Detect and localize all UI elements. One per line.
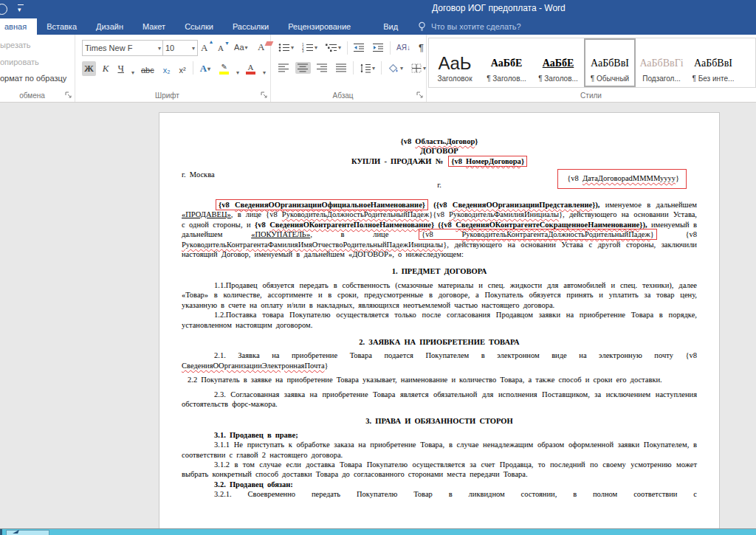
- divider: [381, 61, 382, 75]
- bullet-list-button[interactable]: ▾: [276, 41, 296, 54]
- paragraph-3-1: 3.1. Продавец в праве;: [182, 430, 697, 440]
- tell-me-box[interactable]: Что вы хотите сделать?: [418, 18, 521, 35]
- chevron-down-icon: ▾: [236, 69, 239, 76]
- style-no-spacing[interactable]: АаБбВвІ ¶ Без инте...: [687, 38, 739, 87]
- customize-quick-access-icon[interactable]: ▾: [18, 4, 24, 13]
- copy-button[interactable]: опировать: [0, 58, 39, 66]
- clipboard-dialog-launcher-icon[interactable]: [65, 92, 72, 99]
- chevron-down-icon: ▾: [158, 45, 161, 52]
- style-heading[interactable]: AaЬ Заголовок: [429, 38, 481, 87]
- ribbon: ырезать опировать ормат по образцу обмен…: [0, 35, 756, 103]
- paragraph-title: ДОГОВОР: [182, 146, 697, 156]
- format-painter-button[interactable]: ормат по образцу: [0, 74, 66, 83]
- superscript-button[interactable]: х²: [177, 64, 188, 76]
- document-page[interactable]: {v8 Область.Договор} ДОГОВОР КУПЛИ - ПРО…: [159, 112, 720, 535]
- paragraph-dialog-launcher-icon[interactable]: [416, 92, 424, 99]
- chevron-down-icon: ▾: [245, 44, 248, 51]
- heading-1: 1. ПРЕДМЕТ ДОГОВОРА: [182, 266, 697, 276]
- style-subtitle[interactable]: АаБбВвГі Подзагол...: [636, 38, 687, 87]
- styles-gallery: AaЬ Заголовок АаБбЕ ¶ Заголов... АаБбЕ ¶…: [428, 38, 756, 88]
- undo-icon[interactable]: [0, 4, 7, 15]
- heading-3: 3. ПРАВА И ОБЯЗАННОСТИ СТОРОН: [182, 416, 697, 426]
- tab-home[interactable]: авная: [0, 18, 37, 35]
- tab-design[interactable]: Дизайн: [86, 18, 133, 35]
- bold-button[interactable]: Ж: [82, 61, 96, 76]
- clear-formatting-button[interactable]: А: [255, 40, 267, 55]
- font-size-combo[interactable]: 10▾: [162, 40, 198, 56]
- paragraph-1-2: 1.2.Поставка товара Покупателю осуществл…: [182, 310, 697, 330]
- tab-view[interactable]: Вид: [374, 18, 408, 35]
- divider: [353, 61, 354, 75]
- numbered-list-button[interactable]: 123 ▾: [300, 41, 320, 54]
- style-heading1[interactable]: АаБбЕ ¶ Заголов...: [481, 38, 532, 87]
- paragraph-subtitle: КУПЛИ - ПРОДАЖИ № {v8 НомерДоговора}: [182, 156, 697, 166]
- subscript-button[interactable]: х₂: [161, 64, 173, 76]
- paint-bucket-icon: [388, 63, 399, 73]
- decrease-indent-button[interactable]: [351, 41, 367, 54]
- multilevel-list-icon: [326, 43, 337, 52]
- font-color-bar: [246, 72, 255, 75]
- text-effects-button[interactable]: А▾: [198, 61, 213, 76]
- align-left-button[interactable]: [276, 62, 292, 74]
- numbered-list-icon: 123: [302, 43, 314, 52]
- bullet-list-icon: [278, 43, 290, 52]
- strikethrough-button[interactable]: abc: [139, 64, 157, 76]
- align-right-icon: [317, 63, 328, 72]
- tab-layout[interactable]: Макет: [133, 18, 175, 35]
- style-normal[interactable]: АаБбВвІ ¶ Обычный: [584, 38, 636, 87]
- background-window-strip[interactable]: [0, 528, 756, 535]
- align-right-button[interactable]: [315, 62, 330, 74]
- chevron-down-icon: ▾: [263, 69, 266, 76]
- change-case-button[interactable]: Аа▾: [232, 41, 250, 53]
- word-window: ▾ Договор ИОГ предоплата - Word авная Вс…: [0, 0, 756, 535]
- style-heading2[interactable]: АаБбЕ ¶ Заголов...: [532, 38, 584, 87]
- chevron-down-icon: ▾: [192, 45, 195, 52]
- tab-insert[interactable]: Вставка: [37, 18, 86, 35]
- clipboard-group-label: обмена: [0, 92, 64, 100]
- increase-indent-icon: [373, 43, 384, 52]
- font-dialog-launcher-icon[interactable]: [261, 92, 268, 99]
- shrink-font-button[interactable]: А▼: [216, 42, 226, 54]
- background-window-edge: [0, 529, 2, 535]
- svg-text:3: 3: [302, 49, 304, 52]
- tab-review[interactable]: Рецензирование: [278, 18, 360, 35]
- paragraph-3-2-1: 3.2.1. Своевременно передать Покупателю …: [182, 489, 697, 499]
- increase-indent-button[interactable]: [371, 41, 386, 54]
- font-group-label: Шрифт: [75, 92, 260, 100]
- paragraph-group-label: Абзац: [270, 92, 416, 100]
- justify-icon: [336, 63, 347, 72]
- italic-button[interactable]: К: [100, 61, 111, 76]
- font-name-combo[interactable]: Times New F▾: [82, 40, 164, 56]
- document-area: {v8 Область.Договор} ДОГОВОР КУПЛИ - ПРО…: [0, 103, 756, 535]
- clipboard-group: ырезать опировать ормат по образцу обмен…: [0, 35, 75, 102]
- tell-me-label: Что вы хотите сделать?: [431, 22, 521, 31]
- styles-group: AaЬ Заголовок АаБбЕ ¶ Заголов... АаБбЕ ¶…: [426, 35, 756, 102]
- tab-mailings[interactable]: Рассылки: [223, 18, 278, 35]
- lightbulb-icon: [418, 21, 426, 32]
- line-spacing-button[interactable]: ▾: [357, 62, 377, 75]
- underline-button[interactable]: Ч: [116, 61, 126, 76]
- justify-button[interactable]: [334, 62, 349, 74]
- sort-button[interactable]: АЯ↓: [394, 42, 413, 53]
- font-color-button[interactable]: А: [244, 63, 258, 76]
- style-subtle[interactable]: АаЕ Слаб: [739, 38, 756, 87]
- show-marks-button[interactable]: ¶: [416, 41, 426, 55]
- font-group: Times New F▾ 10▾ А▲ А▼ Аа▾ А Ж К Ч▾ abc: [75, 35, 271, 102]
- down-triangle-icon: ▼: [224, 41, 230, 46]
- highlight-color-button[interactable]: ✎: [217, 62, 231, 76]
- divider: [347, 41, 348, 55]
- highlighter-icon: ✎: [221, 63, 227, 71]
- highlight-color-bar: [219, 72, 229, 75]
- shading-button[interactable]: ▾: [385, 62, 405, 75]
- multilevel-list-button[interactable]: ▾: [323, 41, 343, 54]
- paragraph-1-1: 1.1.Продавец обязуется передать в собств…: [182, 280, 697, 310]
- tab-references[interactable]: Ссылки: [175, 18, 223, 35]
- align-center-icon: [298, 63, 309, 72]
- cut-button[interactable]: ырезать: [0, 41, 31, 49]
- align-center-button[interactable]: [295, 62, 311, 74]
- borders-icon: [411, 63, 422, 73]
- heading-2: 2. ЗАЯВКА НА ПРИОБРЕТЕНИЕ ТОВАРА: [182, 337, 697, 347]
- align-left-icon: [278, 63, 289, 72]
- chevron-down-icon: ▾: [207, 66, 210, 72]
- grow-font-button[interactable]: А▲: [199, 41, 210, 55]
